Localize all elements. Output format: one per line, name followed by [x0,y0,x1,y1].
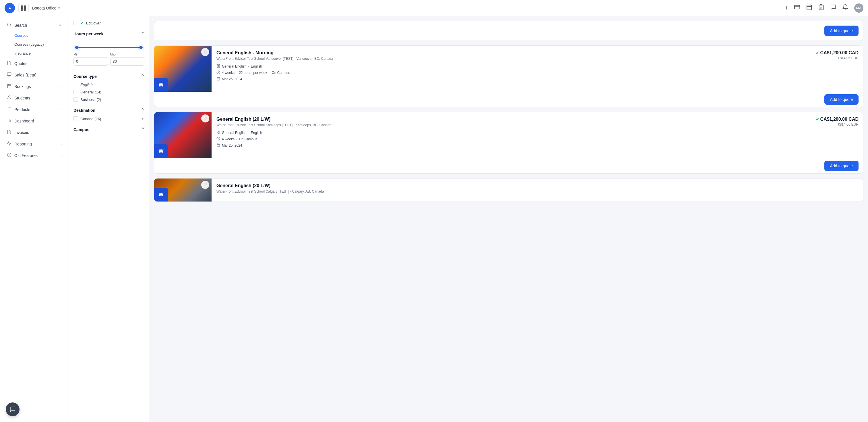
sidebar-label-students: Students [14,96,30,100]
old-features-icon [7,153,11,159]
hours-range-container: Min Max [73,40,144,68]
clipboard-icon[interactable] [818,4,825,12]
sidebar-item-insurance[interactable]: Insurance [2,49,66,58]
clock-icon-1 [216,71,220,75]
course-school-1: WaterFront Edvisor Test School Vancouver… [216,57,802,61]
sidebar-item-courses-legacy[interactable]: Courses (Legacy) [2,40,66,49]
business-checkbox[interactable] [73,97,78,102]
main-content: Add to quote ♡ W General English - Morni… [149,16,868,422]
favorite-button-1[interactable]: ♡ [201,48,209,56]
sidebar-item-search[interactable]: Search ▼ [2,20,66,31]
favorite-button-2[interactable]: ♡ [201,114,209,122]
course-type-collapse-icon[interactable]: ⌃ [141,74,144,79]
campus-collapse-icon[interactable]: ⌃ [141,127,144,132]
course-image-col-3: ♡ W [154,178,213,201]
min-label: Min [73,53,108,56]
sidebar-item-invoices[interactable]: Invoices [2,127,66,138]
svg-rect-49 [217,144,220,147]
max-input[interactable] [110,57,145,65]
sidebar-label-courses-legacy: Courses (Legacy) [14,42,44,47]
bookings-icon [7,84,11,89]
filter-business[interactable]: Business (2) [73,97,144,102]
products-icon [7,107,11,112]
add-icon[interactable]: + [784,4,788,12]
course-meta-date-2: Mar 25, 2024 [216,143,802,148]
course-info-1: General English - Morning WaterFront Edv… [213,46,806,92]
app-logo[interactable]: ● [5,3,15,13]
campus-header[interactable]: Campus ⌃ [73,127,144,132]
edcover-checkbox[interactable] [73,21,78,25]
price-sub-2: €814.06 EUR [816,122,859,126]
dashboard-icon [7,118,11,124]
chat-icon[interactable] [830,4,836,12]
calendar-icon[interactable] [806,4,812,12]
sidebar-item-old-features[interactable]: Old Features › [2,150,66,161]
price-sub-1: €814.06 EUR [816,56,859,60]
svg-rect-35 [217,65,218,66]
min-input[interactable] [73,57,108,65]
add-to-quote-button-1[interactable]: Add to quote [825,94,859,105]
general-label: General (14) [81,90,101,94]
slider-thumb-max[interactable] [138,45,143,50]
sidebar-label-products: Products [14,107,30,112]
course-title-3: General English (20 L/W) [216,183,860,188]
hours-filter-header[interactable]: Hours per week ⌃ [73,31,144,36]
chevron-icon-products: › [61,108,62,111]
sidebar-item-courses[interactable]: Courses [2,31,66,40]
favorite-button-3[interactable]: ♡ [201,181,209,189]
hours-collapse-icon[interactable]: ⌃ [141,31,144,36]
students-icon [7,95,11,101]
filter-canada[interactable]: Canada (16) ▼ [73,116,144,121]
sidebar-item-products[interactable]: Products › [2,104,66,115]
general-checkbox[interactable] [73,90,78,94]
course-school-3: WaterFront Edvisor Test School Calgary [… [216,190,860,194]
chat-support-button[interactable] [6,402,20,416]
course-school-2: WaterFront Edvisor Test School Kamloops … [216,123,802,127]
expand-icon[interactable]: ▼ [141,117,144,121]
bell-icon[interactable] [842,4,848,12]
chevron-icon: ▼ [59,24,62,27]
course-image-1: ♡ W [154,46,212,92]
sidebar-item-reporting[interactable]: Reporting › [2,138,66,150]
sidebar-label-dashboard: Dashboard [14,119,34,123]
course-meta-date-1: Mar 25, 2024 [216,77,802,81]
clock-icon-2 [216,137,220,141]
sidebar-item-bookings[interactable]: Bookings › [2,81,66,92]
course-title-1: General English - Morning [216,50,802,55]
svg-rect-3 [24,8,26,11]
course-meta-category-1: General English · English [216,64,802,69]
sidebar-item-students[interactable]: Students [2,92,66,104]
sales-icon [7,72,11,78]
chevron-icon-reporting: › [61,142,62,146]
chevron-icon-old-features: › [61,154,62,157]
user-avatar[interactable]: MA [854,3,863,12]
course-meta-time-2: 4 weeks · On Campus [216,137,802,141]
office-selector[interactable]: Bogotá Office ▼ [32,6,61,10]
header-right: + MA [784,3,863,12]
course-meta-category-2: General English · English [216,131,802,135]
brand-logo-box[interactable] [19,3,29,13]
destination-header[interactable]: Destination ⌃ [73,108,144,113]
svg-rect-18 [7,85,11,88]
sidebar-item-dashboard[interactable]: Dashboard [2,115,66,127]
school-logo-1: W [154,78,168,92]
filter-general[interactable]: General (14) [73,90,144,94]
card-icon[interactable] [794,4,800,12]
slider-thumb-min[interactable] [74,45,79,50]
svg-rect-40 [217,77,220,80]
max-input-container: Max [110,53,145,65]
canada-checkbox[interactable] [73,116,78,121]
sidebar-label-sales: Sales (Beta) [14,73,36,77]
course-meta-time-1: 4 weeks · 22 hours per week · On Campus [216,71,802,75]
course-type-header[interactable]: Course type ⌃ [73,74,144,79]
svg-rect-0 [21,5,23,8]
school-logo-2: W [154,144,168,158]
svg-point-13 [7,23,11,26]
add-to-quote-button-top[interactable]: Add to quote [825,26,859,36]
svg-rect-10 [819,5,824,10]
sidebar-item-quotes[interactable]: Quotes [2,58,66,69]
add-to-quote-button-2[interactable]: Add to quote [825,161,859,171]
destination-collapse-icon[interactable]: ⌃ [141,108,144,113]
sidebar-item-sales[interactable]: Sales (Beta) [2,69,66,81]
calendar-icon-1 [216,77,220,81]
